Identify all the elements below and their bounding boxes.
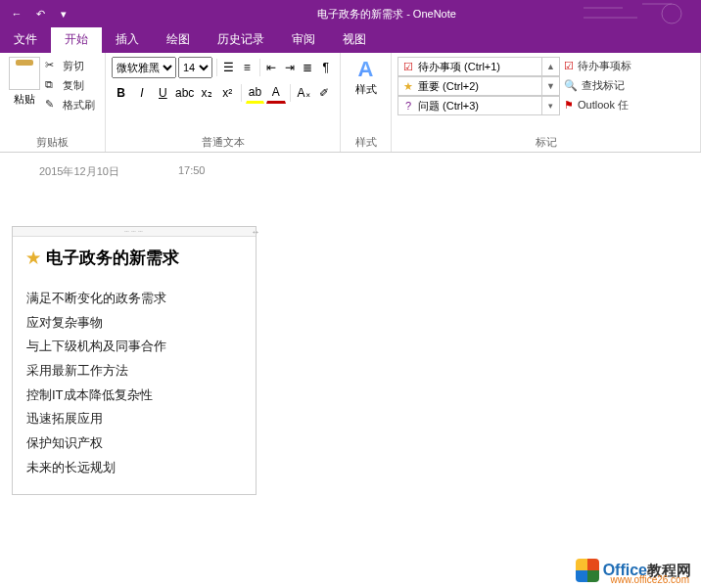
tag-question[interactable]: ?问题 (Ctrl+3): [397, 96, 542, 115]
outlook-tasks-button[interactable]: ⚑Outlook 任: [564, 96, 694, 113]
subscript-button[interactable]: x₂: [197, 82, 215, 104]
group-basic-text: 微软雅黑 14 ☰ ≡ ⇤ ⇥ ≣ ¶ B I U abc x₂ x² ab: [106, 53, 341, 152]
format-painter-button[interactable]: ✎格式刷: [45, 96, 95, 113]
find-tags-button[interactable]: 🔍查找标记: [564, 76, 694, 94]
tags-gallery-nav: ▲ ▼ ▾: [542, 57, 560, 133]
flag-icon: ⚑: [564, 99, 574, 112]
scissors-icon: ✂: [45, 59, 59, 72]
clear-formatting-button[interactable]: Aₓ: [294, 82, 312, 104]
group-tags: ☑待办事项 (Ctrl+1) ★重要 (Ctrl+2) ?问题 (Ctrl+3)…: [392, 53, 701, 152]
note-title-row[interactable]: ★ 电子政务的新需求: [26, 247, 242, 269]
tag-important[interactable]: ★重要 (Ctrl+2): [397, 76, 542, 96]
format-eraser-button[interactable]: ✐: [315, 82, 334, 104]
star-icon: ★: [402, 80, 414, 93]
star-icon: ★: [26, 249, 40, 267]
note-line[interactable]: 迅速拓展应用: [26, 407, 242, 431]
tags-gallery[interactable]: ☑待办事项 (Ctrl+1) ★重要 (Ctrl+2) ?问题 (Ctrl+3): [397, 57, 542, 133]
checkbox-icon: ☑: [402, 61, 414, 73]
tags-scroll-up[interactable]: ▲: [542, 57, 560, 76]
checkbox-icon: ☑: [564, 60, 574, 72]
note-line[interactable]: 满足不断变化的政务需求: [26, 287, 242, 311]
tags-scroll-down[interactable]: ▼: [542, 76, 560, 96]
tab-draw[interactable]: 绘图: [153, 27, 204, 53]
note-line[interactable]: 未来的长远规划: [26, 456, 242, 480]
tab-insert[interactable]: 插入: [102, 27, 153, 53]
paste-label: 粘贴: [6, 92, 43, 107]
tags-group-label: 标记: [397, 133, 694, 150]
note-line[interactable]: 保护知识产权: [26, 431, 242, 456]
quick-access-toolbar: ← ↶ ▾: [0, 5, 72, 23]
cut-button[interactable]: ✂剪切: [45, 57, 95, 74]
note-content[interactable]: 满足不断变化的政务需求 应对复杂事物 与上下级机构及同事合作 采用最新工作方法 …: [26, 287, 242, 480]
styles-icon: A: [347, 57, 385, 82]
paragraph-mark-button[interactable]: ¶: [318, 57, 334, 78]
note-title: 电子政务的新需求: [46, 247, 179, 269]
tab-view[interactable]: 视图: [329, 27, 380, 53]
search-icon: 🔍: [564, 79, 578, 92]
paste-button[interactable]: 粘贴: [6, 57, 43, 113]
copy-icon: ⧉: [45, 78, 59, 92]
superscript-button[interactable]: x²: [218, 82, 237, 104]
align-button[interactable]: ≣: [300, 57, 315, 78]
svg-point-0: [662, 4, 681, 23]
styles-button[interactable]: A 样式: [347, 57, 385, 97]
tag-todo[interactable]: ☑待办事项 (Ctrl+1): [397, 57, 542, 76]
font-color-button[interactable]: A: [266, 82, 285, 104]
ribbon: 粘贴 ✂剪切 ⧉复制 ✎格式刷 剪贴板 微软雅黑 14 ☰ ≡ ⇤ ⇥ ≣ ¶: [0, 53, 701, 153]
note-container[interactable]: ┄┄┄↔ ★ 电子政务的新需求 满足不断变化的政务需求 应对复杂事物 与上下级机…: [12, 226, 257, 495]
highlight-button[interactable]: ab: [246, 82, 264, 104]
underline-button[interactable]: U: [154, 82, 172, 104]
tab-history[interactable]: 历史记录: [204, 27, 278, 53]
strike-button[interactable]: abc: [174, 82, 195, 104]
title-bar: ← ↶ ▾ 电子政务的新需求 - OneNote: [0, 0, 701, 27]
styles-group-label: 样式: [347, 133, 385, 150]
page-canvas[interactable]: 2015年12月10日 17:50 ┄┄┄↔ ★ 电子政务的新需求 满足不断变化…: [0, 153, 701, 588]
tab-home[interactable]: 开始: [51, 27, 102, 53]
note-resize-handle[interactable]: ↔: [252, 226, 261, 238]
office-logo-icon: [576, 559, 599, 582]
undo-icon[interactable]: ↶: [31, 5, 49, 23]
todo-tag-button[interactable]: ☑待办事项标: [564, 57, 694, 74]
question-icon: ?: [402, 100, 414, 112]
tab-file[interactable]: 文件: [0, 27, 51, 53]
page-date: 2015年12月10日: [39, 164, 119, 179]
note-drag-handle[interactable]: ┄┄┄↔: [13, 227, 256, 237]
ribbon-tabs: 文件 开始 插入 绘图 历史记录 审阅 视图: [0, 27, 701, 53]
italic-button[interactable]: I: [132, 82, 151, 104]
basic-text-group-label: 普通文本: [112, 133, 334, 150]
paste-icon: [9, 57, 40, 90]
tab-review[interactable]: 审阅: [278, 27, 329, 53]
tags-expand[interactable]: ▾: [542, 96, 560, 115]
decorative-circuit: [584, 0, 701, 27]
page-meta: 2015年12月10日 17:50: [39, 164, 205, 179]
brush-icon: ✎: [45, 98, 59, 112]
copy-button[interactable]: ⧉复制: [45, 76, 95, 94]
qat-customize-icon[interactable]: ▾: [55, 5, 72, 23]
outdent-button[interactable]: ⇤: [263, 57, 279, 78]
note-line[interactable]: 控制IT成本降低复杂性: [26, 384, 242, 408]
back-icon[interactable]: ←: [8, 5, 25, 23]
bold-button[interactable]: B: [112, 82, 130, 104]
watermark: Office教程网 www.office26.com: [576, 559, 691, 582]
page-time: 17:50: [178, 164, 206, 179]
group-clipboard: 粘贴 ✂剪切 ⧉复制 ✎格式刷 剪贴板: [0, 53, 106, 152]
clipboard-group-label: 剪贴板: [6, 133, 99, 150]
font-size-select[interactable]: 14: [178, 57, 212, 78]
numbering-button[interactable]: ≡: [239, 57, 255, 78]
group-styles: A 样式 样式: [341, 53, 392, 152]
bullets-button[interactable]: ☰: [221, 57, 237, 78]
note-line[interactable]: 采用最新工作方法: [26, 359, 242, 384]
note-line[interactable]: 与上下级机构及同事合作: [26, 335, 242, 359]
note-line[interactable]: 应对复杂事物: [26, 311, 242, 336]
font-name-select[interactable]: 微软雅黑: [112, 57, 176, 78]
indent-button[interactable]: ⇥: [282, 57, 298, 78]
